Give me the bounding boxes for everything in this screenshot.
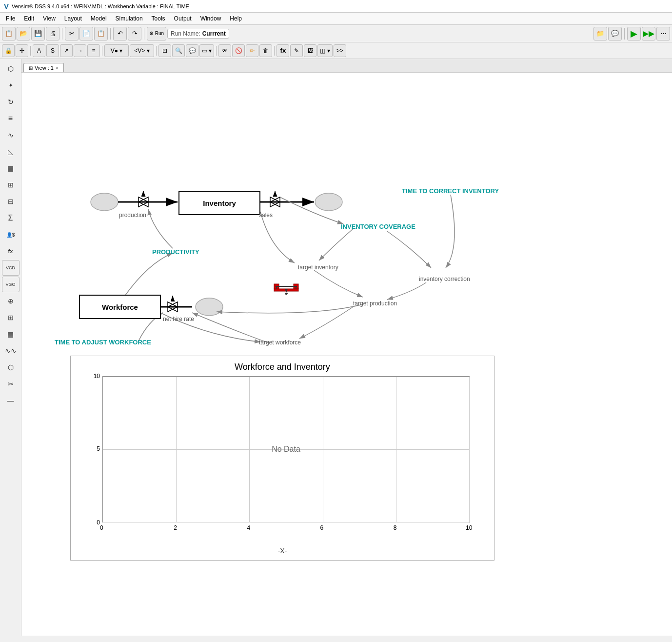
view-tab[interactable]: ⊞ View : 1 × <box>23 63 64 72</box>
undo-button[interactable]: ↶ <box>113 27 127 40</box>
sidebar-table[interactable]: ⊞ <box>2 177 20 193</box>
run-step-button[interactable]: ▶▶ <box>642 27 655 40</box>
pencil-button[interactable]: ✏ <box>246 44 258 57</box>
y-axis-mid: 5 <box>97 445 100 452</box>
sidebar-nodes[interactable]: ⬡ <box>2 360 20 375</box>
sidebar-list[interactable]: ≡ <box>2 111 20 126</box>
open-folder-button[interactable]: 📁 <box>593 27 607 40</box>
sidebar: ⬡ ✦ ↻ ≡ ∿ ◺ ▦ ⊞ ⊟ Σ 👤$ fx VCD VGO ⊕ ⊞ ▦ … <box>0 59 21 636</box>
menu-window[interactable]: Window <box>197 14 225 23</box>
fit-button[interactable]: ⊡ <box>158 44 171 57</box>
menu-view[interactable]: View <box>39 14 59 23</box>
new-model-button[interactable]: 📋 <box>2 27 16 40</box>
time-to-adjust-label[interactable]: TIME TO ADJUST WORKFORCE <box>55 339 151 346</box>
menu-output[interactable]: Output <box>170 14 196 23</box>
target-workforce-label[interactable]: target workforce <box>259 339 301 346</box>
hide-button[interactable]: 🚫 <box>232 44 245 57</box>
target-production-label[interactable]: target production <box>353 300 397 307</box>
open-button[interactable]: 📂 <box>17 27 30 40</box>
chart-title: Workforce and Inventory <box>71 362 494 372</box>
sidebar-scissors[interactable]: ✂ <box>2 376 20 392</box>
sidebar-bar-chart[interactable]: ▦ <box>2 160 20 176</box>
net-hire-rate-label[interactable]: net hire rate <box>163 316 194 322</box>
run-settings-button[interactable]: ⚙ Run <box>147 27 166 40</box>
svg-marker-6 <box>138 197 148 207</box>
print-button[interactable]: 🖨 <box>46 27 59 40</box>
x-axis-2: 2 <box>174 524 177 531</box>
view-dropdown[interactable]: <V> ▾ <box>130 44 154 57</box>
sidebar-fx[interactable]: fx <box>2 243 20 259</box>
sidebar-puzzle[interactable]: ⊕ <box>2 293 20 309</box>
variable-dropdown[interactable]: V● ▾ <box>104 44 129 57</box>
menu-tools[interactable]: Tools <box>148 14 169 23</box>
delete-button[interactable]: 🗑 <box>259 44 272 57</box>
copy-button[interactable]: 📄 <box>79 27 93 40</box>
messages-button[interactable]: 💬 <box>608 27 622 40</box>
content-area: ⊞ View : 1 × <box>21 59 672 636</box>
sidebar-share[interactable]: ✦ <box>2 78 20 93</box>
sidebar-person[interactable]: 👤$ <box>2 227 20 242</box>
expand-button[interactable]: >> <box>334 44 346 57</box>
image-button[interactable]: 🖼 <box>304 44 316 57</box>
run-button[interactable]: ▶ <box>627 27 641 40</box>
shape-button[interactable]: ▭ ▾ <box>199 44 214 57</box>
menu-model[interactable]: Model <box>87 14 111 23</box>
run-name-value[interactable]: Currrent <box>202 30 226 37</box>
sidebar-grid2[interactable]: ▦ <box>2 326 20 342</box>
toolbar1: 📋 📂 💾 🖨 ✂ 📄 📋 ↶ ↷ ⚙ Run Run Name: Currre… <box>0 25 672 42</box>
sidebar-grid1[interactable]: ⊞ <box>2 310 20 325</box>
sidebar-network[interactable]: ⬡ <box>2 61 20 77</box>
zoom-button[interactable]: 🔍 <box>172 44 185 57</box>
equals-button[interactable]: ≡ <box>87 44 100 57</box>
arrow-button[interactable]: ↗ <box>60 44 73 57</box>
inventory-correction-label[interactable]: inventory correction <box>419 276 470 282</box>
cut-button[interactable]: ✂ <box>65 27 79 40</box>
time-to-correct-label[interactable]: TIME TO CORRECT INVENTORY <box>402 187 499 195</box>
sidebar-chart-area[interactable]: ◺ <box>2 144 20 160</box>
production-label[interactable]: production <box>119 212 146 219</box>
redo-button[interactable]: ↷ <box>128 27 141 40</box>
run-name-area: Run Name: Currrent <box>167 29 229 39</box>
sidebar-chart-line[interactable]: ∿ <box>2 127 20 143</box>
inventory-stock[interactable]: Inventory <box>178 191 260 215</box>
shadow-button[interactable]: S <box>46 44 59 57</box>
text-button[interactable]: A <box>33 44 45 57</box>
sidebar-refresh[interactable]: ↻ <box>2 94 20 110</box>
target-inventory-label[interactable]: target inventory <box>298 264 338 271</box>
sidebar-waves[interactable]: ∿∿ <box>2 343 20 359</box>
sidebar-vgo[interactable]: VGO <box>2 277 20 292</box>
tabbar: ⊞ View : 1 × <box>21 59 672 73</box>
workforce-stock[interactable]: Workforce <box>79 295 161 319</box>
paste-button[interactable]: 📋 <box>94 27 108 40</box>
more-button[interactable]: ⋯ <box>656 27 670 40</box>
menu-help[interactable]: Help <box>226 14 246 23</box>
eye-button[interactable]: 👁 <box>218 44 231 57</box>
svg-point-18 <box>196 298 223 316</box>
save-button[interactable]: 💾 <box>31 27 45 40</box>
comment-button[interactable]: 💬 <box>186 44 198 57</box>
select-button[interactable]: ✢ <box>16 44 28 57</box>
formula-button[interactable]: fx <box>277 44 289 57</box>
edit-button[interactable]: ✎ <box>290 44 303 57</box>
svg-marker-5 <box>138 197 148 207</box>
sidebar-vcd[interactable]: VCD <box>2 260 20 276</box>
productivity-label[interactable]: PRODUCTIVITY <box>152 248 199 256</box>
menu-file[interactable]: File <box>2 14 19 23</box>
mask-button[interactable]: ◫ ▾ <box>317 44 332 57</box>
sidebar-export[interactable]: ⊟ <box>2 194 20 209</box>
menu-edit[interactable]: Edit <box>20 14 38 23</box>
app-icon: V <box>4 2 9 10</box>
svg-marker-15 <box>168 302 178 312</box>
inventory-coverage-label[interactable]: INVENTORY COVERAGE <box>341 223 415 230</box>
sidebar-minus[interactable]: — <box>2 393 20 408</box>
svg-marker-10 <box>270 197 280 207</box>
menu-layout[interactable]: Layout <box>60 14 86 23</box>
chart-no-data: No Data <box>272 445 300 454</box>
lock-button[interactable]: 🔒 <box>2 44 15 57</box>
svg-point-12 <box>315 193 342 211</box>
sales-label[interactable]: sales <box>259 212 273 219</box>
tab-close-button[interactable]: × <box>56 65 59 71</box>
sidebar-sum[interactable]: Σ <box>2 210 20 226</box>
flow-button[interactable]: → <box>74 44 86 57</box>
menu-simulation[interactable]: Simulation <box>112 14 147 23</box>
